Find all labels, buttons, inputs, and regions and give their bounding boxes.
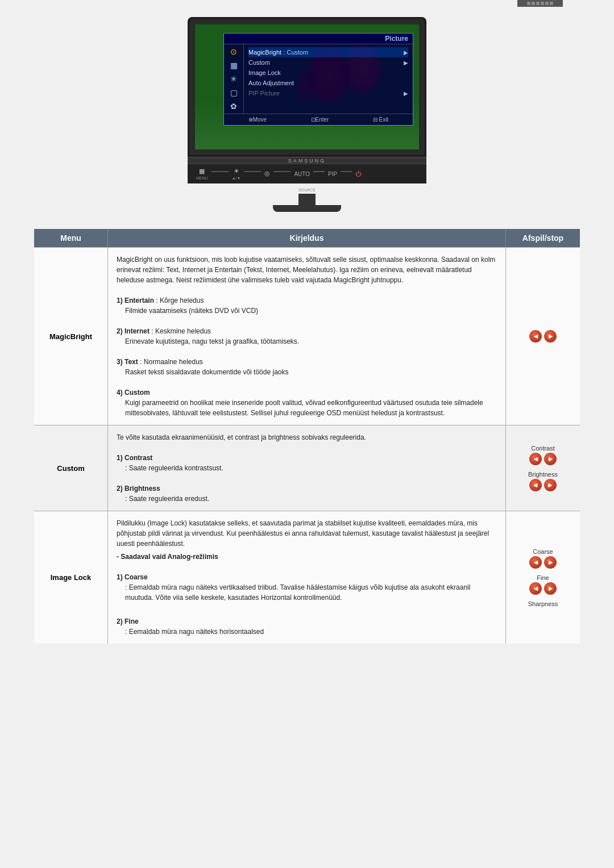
brightness-label: ▲/▼	[232, 176, 241, 180]
fine-nav-buttons: ◀ ▶	[529, 582, 557, 595]
osd-icon-dvd: ⊙	[230, 47, 237, 56]
auto-button[interactable]: AUTO	[294, 171, 310, 177]
magicbright-internet-desc: Erinevate kujutistega, nagu tekst ja gra…	[117, 336, 497, 347]
menu-cell-magicbright: MagicBright	[34, 248, 108, 425]
monitor-base	[273, 194, 341, 212]
control-group-left: ▦ MENU ☀ ▲/▼ ◎ AUTO P	[196, 168, 362, 180]
fine-next-button[interactable]: ▶	[544, 582, 557, 595]
imagelock-fine-desc: : Eemaldab müra nagu näiteks horisontaal…	[117, 627, 497, 637]
brightness-next-button[interactable]: ▶	[544, 479, 557, 491]
monitor-body: Picture ⊙ ▦ ✳ ▢ ✿ MagicBright : Custom	[188, 17, 426, 157]
contrast-next-button[interactable]: ▶	[544, 453, 557, 465]
monitor-wrapper: Picture ⊙ ▦ ✳ ▢ ✿ MagicBright : Custom	[188, 17, 426, 212]
osd-footer: ⊕Move ⊡Enter ⊟ Exit	[224, 114, 413, 125]
osd-icon-signal: ▦	[230, 61, 238, 70]
magicbright-entertain-desc: Filmide vaatamiseks (näiteks DVD või VCD…	[117, 306, 497, 316]
osd-row-imagelock[interactable]: Image Lock	[248, 68, 408, 78]
monitor-neck	[298, 194, 316, 205]
row-imagelock: Image Lock Pildilukku (Image Lock) kasut…	[34, 511, 580, 644]
contrast-prev-button[interactable]: ◀	[529, 453, 542, 465]
osd-row-pip[interactable]: PIP Picture ▶	[248, 88, 408, 98]
osd-content: MagicBright : Custom ▶ Custom ▶ Image Lo…	[244, 44, 413, 114]
osd-footer-enter: ⊡Enter	[311, 116, 329, 123]
fine-label: Fine	[537, 574, 549, 581]
custom-brightness-desc: : Saate reguleerida eredust.	[117, 494, 497, 504]
osd-row-autoadjust[interactable]: Auto Adjustment	[248, 78, 408, 88]
coarse-nav-buttons: ◀ ▶	[529, 556, 557, 569]
menu-cell-custom: Custom	[34, 425, 108, 511]
osd-icon-star: ✳	[230, 74, 237, 84]
osd-icon-picture: ▢	[230, 88, 238, 97]
osd-row-custom[interactable]: Custom ▶	[248, 57, 408, 68]
brightness-icon: ☀	[234, 168, 239, 175]
source-label: SOURCE	[298, 188, 316, 192]
row-custom: Custom Te võite kasutada ekraanimenüüsid…	[34, 425, 580, 511]
contrast-label: Contrast	[531, 445, 555, 452]
magicbright-text-desc: Rasket teksti sisaldavate dokumentide võ…	[117, 367, 497, 377]
coarse-group: Coarse ◀ ▶	[529, 548, 557, 569]
osd-row-magicbright[interactable]: MagicBright : Custom ▶	[248, 47, 408, 57]
imagelock-desc: Pildilukku (Image Lock) kasutatakse sell…	[117, 518, 497, 549]
coarse-next-button[interactable]: ▶	[544, 556, 557, 569]
fine-prev-button[interactable]: ◀	[529, 582, 542, 595]
menu-button[interactable]: ▦ MENU	[196, 168, 208, 180]
custom-desc: Te võite kasutada ekraanimenüüsid, et co…	[117, 432, 497, 443]
monitor-foot	[273, 205, 341, 212]
osd-arrow-pip: ▶	[404, 90, 408, 97]
header-afspil: Afspil/stop	[506, 229, 580, 247]
menu-icon: ▦	[199, 168, 205, 175]
magicbright-custom-desc: Kuigi parameetrid on hoolikat meie insen…	[117, 398, 497, 418]
content-cell-imagelock: Pildilukku (Image Lock) kasutatakse sell…	[108, 511, 506, 644]
osd-arrow-custom: ▶	[404, 60, 408, 66]
fine-group: Fine ◀ ▶	[529, 574, 557, 595]
custom-contrast-desc: : Saate reguleerida kontrastsust.	[117, 463, 497, 473]
osd-label-imagelock: Image Lock	[248, 69, 281, 76]
pip-button[interactable]: PIP	[328, 171, 337, 177]
osd-label-custom: Custom	[248, 59, 270, 66]
custom-contrast-title: 1) Contrast	[117, 453, 497, 463]
sharpness-label: Sharpness	[528, 600, 558, 607]
menu-label: MENU	[196, 176, 208, 180]
osd-title: Picture	[224, 34, 413, 44]
adjust-button[interactable]: ◎	[264, 170, 270, 178]
imagelock-fine-title: 2) Fine	[117, 616, 497, 627]
imagelock-coarse-desc: : Eemaldab müra nagu näiteks vertikaalse…	[117, 582, 497, 603]
osd-label-pip: PIP Picture	[248, 90, 280, 97]
osd-arrow-magicbright: ▶	[404, 49, 408, 56]
osd-footer-exit: ⊟ Exit	[373, 116, 388, 123]
brightness-nav-buttons: ◀ ▶	[529, 479, 557, 491]
coarse-prev-button[interactable]: ◀	[529, 556, 542, 569]
monitor-screen: Picture ⊙ ▦ ✳ ▢ ✿ MagicBright : Custom	[195, 24, 419, 149]
menu-cell-imagelock: Image Lock	[34, 511, 108, 644]
osd-icons: ⊙ ▦ ✳ ▢ ✿	[224, 44, 244, 114]
magicbright-entertain-title: 1) Entertain : Kõrge heledus	[117, 295, 497, 306]
magicbright-custom-title: 4) Custom	[117, 387, 497, 398]
adjust-icon: ◎	[264, 170, 270, 177]
content-cell-custom: Te võite kasutada ekraanimenüüsid, et co…	[108, 425, 506, 511]
header-menu: Menu	[34, 229, 108, 247]
afspil-cell-custom: Contrast ◀ ▶ Brightness ◀ ▶	[506, 425, 580, 511]
magicbright-prev-button[interactable]: ◀	[529, 330, 542, 343]
header-kirjeldus: Kirjeldus	[108, 229, 506, 247]
imagelock-coarse-title: 1) Coarse	[117, 572, 497, 582]
power-button[interactable]: ⏻	[355, 170, 362, 177]
osd-icon-settings: ✿	[230, 102, 237, 111]
afspil-cell-magicbright: ◀ ▶	[506, 248, 580, 425]
row-magicbright: MagicBright MagicBright on uus funktsioo…	[34, 247, 580, 425]
osd-label-autoadjust: Auto Adjustment	[248, 80, 294, 86]
pip-label: PIP	[328, 171, 337, 177]
sharpness-group: Sharpness	[528, 600, 558, 607]
content-table: Menu Kirjeldus Afspil/stop MagicBright M…	[34, 229, 580, 644]
brightness-button[interactable]: ☀ ▲/▼	[232, 168, 241, 180]
brightness-label: Brightness	[528, 471, 558, 478]
imagelock-analog: - Saadaval vaid Analog-režiimis	[117, 552, 497, 562]
brightness-prev-button[interactable]: ◀	[529, 479, 542, 491]
afspil-cell-imagelock: Coarse ◀ ▶ Fine ◀ ▶ Sharpness	[506, 511, 580, 644]
magicbright-next-button[interactable]: ▶	[544, 330, 557, 343]
osd-label-magicbright: MagicBright : Custom	[248, 49, 308, 56]
magicbright-nav-buttons: ◀ ▶	[529, 330, 557, 343]
custom-brightness-title: 2) Brightness	[117, 483, 497, 494]
monitor-section: Picture ⊙ ▦ ✳ ▢ ✿ MagicBright : Custom	[11, 17, 603, 212]
contrast-nav-buttons: ◀ ▶	[529, 453, 557, 465]
brightness-group: Brightness ◀ ▶	[528, 471, 558, 491]
